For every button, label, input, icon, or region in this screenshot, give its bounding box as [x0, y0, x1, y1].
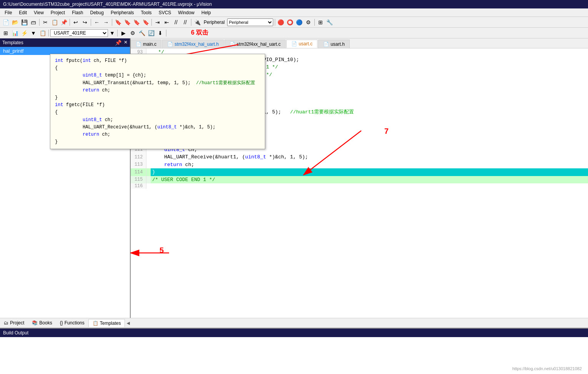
menu-window[interactable]: Window: [175, 9, 198, 16]
redo-btn[interactable]: ↪: [81, 18, 89, 27]
bookmark4-btn[interactable]: 🔖: [141, 18, 150, 27]
t2-btn2[interactable]: 📊: [11, 29, 19, 37]
tab-usart-h-icon: 📄: [323, 42, 329, 47]
view-btn[interactable]: ⊞: [316, 18, 325, 27]
settings-btn[interactable]: 🔧: [326, 18, 334, 27]
toolbar-1: 📄 📂 💾 🗃 ✂ 📋 📌 ↩ ↪ ← → 🔖 🔖 🔖 🔖 ⇥ ⇤ // // …: [0, 17, 588, 28]
undo-btn[interactable]: ↩: [71, 18, 80, 27]
table-row: 114 }: [131, 168, 588, 176]
left-panel: Templates 📌 ✕ hal_printf int fputc(int c…: [0, 38, 131, 318]
cut-btn[interactable]: ✂: [41, 18, 50, 27]
build-output-title: Build Output: [3, 330, 28, 336]
tab-usart-c[interactable]: 📄 usart.c: [286, 40, 317, 48]
sep4: [112, 19, 112, 26]
templates-tab-icon: 📋: [93, 321, 98, 326]
forward-btn[interactable]: →: [102, 18, 110, 27]
t2-btn1[interactable]: ⊞: [2, 29, 10, 37]
code-content[interactable]: /* USER CODE END 1 */: [151, 176, 588, 184]
peripheral-select[interactable]: Peripheral: [227, 18, 273, 26]
templates-header: Templates 📌 ✕: [0, 38, 130, 47]
table-row: 113 return ch;: [131, 161, 588, 169]
fold-btn: [146, 168, 151, 176]
templates-pin-icon[interactable]: 📌: [115, 40, 121, 46]
bookmark2-btn[interactable]: 🔖: [123, 18, 131, 27]
indent-btn[interactable]: ⇥: [153, 18, 162, 27]
t2-btn3[interactable]: ⚡: [20, 29, 28, 37]
menu-peripherals[interactable]: Peripherals: [108, 9, 137, 16]
sep8: [314, 19, 315, 26]
code-content[interactable]: return ch;: [151, 161, 588, 169]
tab-hal-uart-c[interactable]: 📄 stm32f4xx_hal_uart.c: [224, 40, 286, 48]
build-output-header: Build Output: [0, 329, 588, 337]
menu-bar: File Edit View Project Flash Debug Perip…: [0, 8, 588, 17]
sep5: [151, 19, 152, 26]
bookmark3-btn[interactable]: 🔖: [132, 18, 141, 27]
menu-tools[interactable]: Tools: [138, 9, 155, 16]
menu-file[interactable]: File: [2, 9, 15, 16]
fold-btn: [146, 153, 151, 161]
bottom-tab-books[interactable]: 📚 Books: [28, 319, 56, 327]
project-dropdown[interactable]: ▼: [109, 29, 116, 37]
menu-svcs[interactable]: SVCS: [156, 9, 174, 16]
code-content[interactable]: HAL_UART_Receive(&huart1, (uint8_t *)&ch…: [151, 153, 588, 161]
copy-btn[interactable]: 📋: [50, 18, 59, 27]
debug-btn2[interactable]: ⭕: [286, 18, 294, 27]
bottom-tab-project[interactable]: 🗂 Project: [0, 319, 28, 327]
rebuild-btn[interactable]: 🔄: [147, 29, 155, 37]
line-num: 112: [131, 153, 146, 161]
tab-main-c-icon: 📄: [136, 42, 141, 47]
build-output-content: [0, 337, 588, 374]
code-content[interactable]: }: [151, 168, 588, 176]
debug-btn4[interactable]: ⚙: [304, 18, 313, 27]
build-output-panel: Build Output: [0, 328, 588, 374]
tab-hal-uart-c-icon: 📄: [229, 42, 235, 47]
download-btn[interactable]: ⬇: [156, 29, 164, 37]
paste-btn[interactable]: 📌: [60, 18, 68, 27]
outdent-btn[interactable]: ⇤: [163, 18, 171, 27]
bookmark-btn[interactable]: 🔖: [114, 18, 122, 27]
run-btn[interactable]: ▶: [119, 29, 128, 37]
project-tab-icon: 🗂: [4, 320, 8, 326]
tab-hal-uart-h[interactable]: 📄 stm32f4xx_hal_uart.h: [162, 40, 224, 48]
sep6: [191, 19, 191, 26]
annotation-6: 6 双击: [191, 29, 208, 37]
save-btn[interactable]: 💾: [20, 18, 28, 27]
menu-edit[interactable]: Edit: [16, 9, 30, 16]
project-select[interactable]: USART_401RE: [50, 29, 108, 37]
bottom-tab-functions[interactable]: {} Functions: [56, 319, 88, 327]
bottom-tab-templates[interactable]: 📋 Templates: [88, 319, 125, 327]
t2-btn4[interactable]: ▼: [29, 29, 38, 37]
tab-hal-uart-h-icon: 📄: [167, 42, 173, 47]
menu-help[interactable]: Help: [198, 9, 214, 16]
format2-btn[interactable]: //: [181, 18, 189, 27]
open-btn[interactable]: 📂: [11, 18, 19, 27]
tab-usart-h[interactable]: 📄 usart.h: [318, 40, 350, 48]
collapse-panel-btn[interactable]: ◀: [126, 320, 130, 326]
title-text: G:\User\Documents\STM32cube_project\USAR…: [3, 2, 212, 7]
table-row: 112 HAL_UART_Receive(&huart1, (uint8_t *…: [131, 153, 588, 161]
templates-close-btn[interactable]: ✕: [124, 40, 128, 46]
books-tab-icon: 📚: [32, 320, 38, 326]
sep11: [166, 30, 166, 37]
tab-main-c[interactable]: 📄 main.c: [131, 40, 161, 48]
peripheral-btn[interactable]: 🔌: [193, 18, 201, 27]
code-tooltip: int fputc(int ch, FILE *f) { uint8_t tem…: [50, 54, 265, 149]
t2-btn5[interactable]: 📋: [38, 29, 47, 37]
compile-btn[interactable]: ⚙: [128, 29, 137, 37]
menu-view[interactable]: View: [31, 9, 47, 16]
tabs-bar: 📄 main.c 📄 stm32f4xx_hal_uart.h 📄 stm32f…: [131, 38, 588, 48]
save-all-btn[interactable]: 🗃: [29, 18, 38, 27]
peripheral-label: Peripheral: [204, 20, 225, 25]
menu-debug[interactable]: Debug: [87, 9, 107, 16]
back-btn[interactable]: ←: [93, 18, 101, 27]
line-num: 113: [131, 161, 146, 169]
build-btn[interactable]: 🔨: [138, 29, 146, 37]
code-content[interactable]: [151, 183, 588, 189]
menu-flash[interactable]: Flash: [69, 9, 86, 16]
debug-btn1[interactable]: 🔴: [277, 18, 285, 27]
templates-title: Templates: [2, 40, 23, 45]
debug-btn3[interactable]: 🔵: [295, 18, 304, 27]
menu-project[interactable]: Project: [48, 9, 68, 16]
new-btn[interactable]: 📄: [2, 18, 10, 27]
format-btn[interactable]: //: [172, 18, 180, 27]
